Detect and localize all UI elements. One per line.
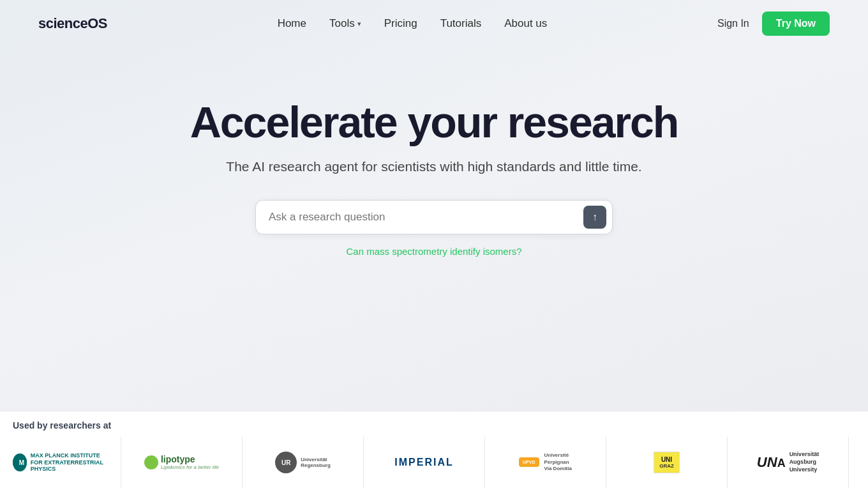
augsburg-icon: UNA [757,454,786,471]
nav-item-tools[interactable]: Tools ▾ [329,17,361,30]
search-container: ↑ [255,200,613,234]
lipotype-text: lipotype [161,455,219,464]
hero-title: Accelerate your research [190,98,678,146]
navbar: scienceOS Home Tools ▾ Pricing Tutorials… [0,0,868,47]
used-by-section: Used by researchers at M MAX PLANCK INST… [0,411,868,488]
example-query-link[interactable]: Can mass spectrometry identify isomers? [346,246,521,257]
up-text: UniversitéPerpignanVia Domitia [544,452,572,472]
hero-subtitle: The AI research agent for scientists wit… [226,159,641,174]
used-by-label: Used by researchers at [0,411,868,437]
logo-lipotype: lipotype Lipidomics for a better life [121,437,243,488]
arrow-up-icon: ↑ [592,211,597,223]
hero-section: Accelerate your research The AI research… [0,47,868,295]
nav-link-tools[interactable]: Tools ▾ [329,17,361,30]
try-now-button[interactable]: Try Now [762,11,830,36]
max-planck-icon: M [13,454,27,471]
ur-text: UniversitätRegensburg [301,457,331,468]
imperial-text: IMPERIAL [394,457,453,468]
logo-uni-graz: UNI GRAZ [606,437,728,488]
ur-icon: UR [275,452,297,473]
up-badge: UPVD [519,457,539,467]
svg-text:M: M [19,459,24,466]
max-planck-text: MAX PLANCK INSTITUTEFOR EXTRATERRESTRIAL… [31,452,108,473]
page-wrapper: scienceOS Home Tools ▾ Pricing Tutorials… [0,0,868,488]
nav-item-about[interactable]: About us [504,17,547,30]
nav-actions: Sign In Try Now [717,11,830,36]
nav-link-tutorials[interactable]: Tutorials [440,17,482,29]
sign-in-button[interactable]: Sign In [717,18,749,29]
search-submit-button[interactable]: ↑ [583,206,606,229]
search-input[interactable] [255,200,613,234]
lipotype-dot [144,455,158,469]
nav-item-pricing[interactable]: Pricing [384,17,417,30]
logo-univ-perp: UPVD UniversitéPerpignanVia Domitia [485,437,606,488]
logo[interactable]: scienceOS [38,15,107,32]
nav-link-pricing[interactable]: Pricing [384,17,417,29]
nav-link-home[interactable]: Home [278,17,306,29]
nav-links: Home Tools ▾ Pricing Tutorials About us [278,17,548,30]
nav-link-about[interactable]: About us [504,17,547,29]
logo-ur: UR UniversitätRegensburg [243,437,364,488]
lipotype-sub: Lipidomics for a better life [161,464,219,470]
nav-item-home[interactable]: Home [278,17,306,30]
ug-badge: UNI GRAZ [654,452,680,473]
nav-item-tutorials[interactable]: Tutorials [440,17,482,30]
chevron-down-icon: ▾ [357,20,361,28]
logo-imperial: IMPERIAL [364,437,485,488]
logo-augsburg: UNA UniversitätAugsburgUniversity [728,437,849,488]
logo-max-planck: M MAX PLANCK INSTITUTEFOR EXTRATERRESTRI… [0,437,121,488]
logos-strip: M MAX PLANCK INSTITUTEFOR EXTRATERRESTRI… [0,437,868,488]
augsburg-text: UniversitätAugsburgUniversity [789,451,819,473]
logo-text: scienceOS [38,15,107,31]
